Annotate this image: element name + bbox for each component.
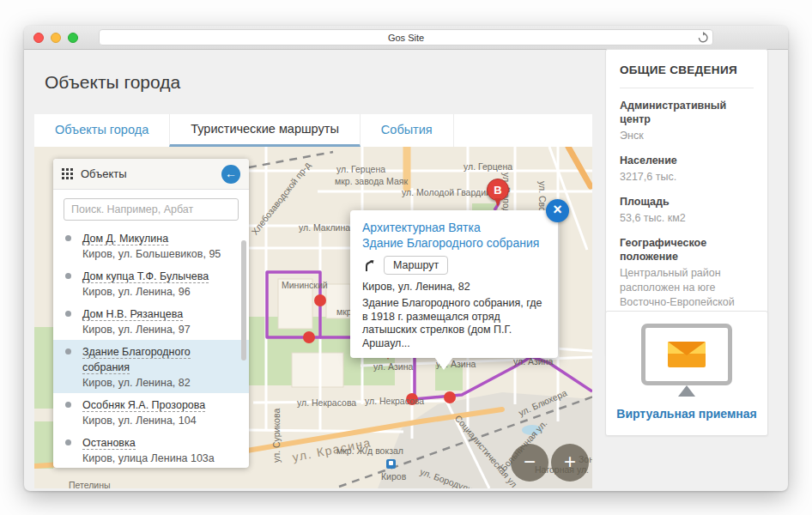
list-item[interactable]: Дом Н.В. Рязанцева Киров, ул. Ленина, 97 bbox=[53, 302, 249, 340]
grid-icon bbox=[62, 168, 73, 179]
balloon-title-link[interactable]: Здание Благородного собрания bbox=[362, 235, 546, 251]
balloon-category-link[interactable]: Архитектурная Вятка bbox=[362, 220, 546, 235]
page-title: Объекты города bbox=[45, 72, 180, 93]
map-marker-b[interactable]: B bbox=[487, 179, 509, 201]
map-street-label: ул. Некрасова bbox=[365, 396, 424, 406]
list-item[interactable]: Особняк Я.А. Прозорова Киров, ул. Ленина… bbox=[53, 393, 249, 431]
station-icon bbox=[386, 459, 396, 469]
general-info-card: ОБЩИЕ СВЕДЕНИЯ Административный центр Эн… bbox=[605, 49, 768, 355]
map-street-label: мкр. завода Маяк bbox=[335, 176, 408, 186]
field-label: Население bbox=[620, 154, 754, 167]
tab-bar: Объекты города Туристические маршруты Со… bbox=[34, 114, 592, 147]
close-icon[interactable]: × bbox=[546, 199, 569, 222]
objects-list: Дом Д. Микулина Киров, ул. Большевиков, … bbox=[53, 227, 249, 468]
map-street-label: мкр. Ж/д вокзал bbox=[336, 445, 403, 456]
monitor-stand bbox=[678, 385, 695, 397]
objects-panel-title: Объекты bbox=[81, 167, 214, 180]
map-street-label: ул. Сурикова bbox=[271, 409, 282, 463]
object-title-link[interactable]: Дом Н.В. Рязанцева bbox=[82, 308, 183, 321]
map-balloon: × Архитектурная Вятка Здание Благородног… bbox=[350, 210, 558, 358]
field-value: 3217,6 тыс. bbox=[620, 170, 754, 185]
object-address: Киров, ул. Ленина, 104 bbox=[82, 414, 237, 427]
minimize-window-button[interactable] bbox=[51, 33, 61, 43]
object-address: Киров, ул. Ленина, 96 bbox=[82, 285, 237, 299]
browser-chrome: Gos Site bbox=[24, 26, 788, 50]
object-title-link[interactable]: Особняк Я.А. Прозорова bbox=[82, 399, 205, 412]
tab-city-objects[interactable]: Объекты города bbox=[34, 114, 169, 147]
object-address: Киров, улица Ленина 103а bbox=[82, 451, 237, 465]
map-street-label: ул. Маклина bbox=[299, 222, 350, 233]
search-input[interactable] bbox=[64, 198, 239, 221]
bullet-icon bbox=[65, 348, 71, 354]
list-item[interactable]: Дом Д. Микулина Киров, ул. Большевиков, … bbox=[53, 227, 249, 264]
field-label: Административный центр bbox=[620, 99, 754, 126]
object-title-link[interactable]: Дом Д. Микулина bbox=[82, 233, 168, 245]
object-address: Киров, ул. Большевиков, 95 bbox=[82, 247, 237, 261]
map-street-label: ул. Некрасова bbox=[297, 397, 356, 408]
virtual-reception-card[interactable]: Виртуальная приемная bbox=[605, 311, 768, 436]
map[interactable]: ул. Герцена мкр. завода Маяк ул. Молодой… bbox=[34, 147, 592, 488]
divider bbox=[620, 88, 754, 88]
field-value: Энск bbox=[620, 129, 754, 143]
address-bar[interactable]: Gos Site bbox=[99, 29, 713, 45]
object-address: Киров, ул. Ленина, 97 bbox=[82, 323, 237, 336]
map-street-label: ул. Молодой Гвардии bbox=[402, 187, 491, 197]
map-street-label: Петелины bbox=[69, 480, 111, 488]
list-item-selected[interactable]: Здание Благородного собрания Киров, ул. … bbox=[53, 340, 249, 393]
bullet-icon bbox=[65, 311, 71, 317]
route-button[interactable]: Маршрут bbox=[384, 256, 448, 275]
map-city-label: Киров bbox=[381, 471, 406, 482]
balloon-address: Киров, ул. Ленина, 82 bbox=[362, 281, 546, 293]
virtual-reception-link[interactable]: Виртуальная приемная bbox=[615, 407, 759, 421]
bullet-icon bbox=[65, 439, 71, 445]
window-controls bbox=[33, 33, 78, 43]
route-icon bbox=[362, 258, 376, 272]
map-street-label: ул. Азина bbox=[373, 361, 413, 372]
map-street-label: ул. Герцена bbox=[336, 164, 385, 174]
list-item[interactable]: Дом купца Т.Ф. Булычева Киров, ул. Ленин… bbox=[53, 264, 249, 302]
field-label: Площадь bbox=[620, 195, 754, 209]
tab-events[interactable]: События bbox=[361, 114, 454, 147]
monitor-mail-icon bbox=[641, 324, 732, 385]
field-value: 53,6 тыс. км2 bbox=[620, 211, 754, 226]
back-arrow-icon[interactable]: ← bbox=[221, 165, 240, 184]
object-title-link[interactable]: Дом купца Т.Ф. Булычева bbox=[82, 270, 209, 283]
objects-panel: Объекты ← Дом Д. Микулина Киров, ул. Бол… bbox=[53, 159, 249, 468]
page-url-title: Gos Site bbox=[388, 33, 424, 43]
object-address: Киров, ул. Ленина, 82 bbox=[82, 376, 237, 390]
object-title-link[interactable]: Остановка bbox=[82, 437, 136, 450]
scrollbar-thumb[interactable] bbox=[241, 240, 246, 360]
bullet-icon bbox=[65, 273, 71, 279]
general-info-title: ОБЩИЕ СВЕДЕНИЯ bbox=[620, 64, 754, 76]
field-label: Географическое положение bbox=[620, 236, 754, 264]
bullet-icon bbox=[65, 235, 71, 241]
maximize-window-button[interactable] bbox=[68, 33, 78, 43]
object-title-link[interactable]: Здание Благородного собрания bbox=[82, 346, 191, 374]
browser-window: Gos Site Объекты города Объекты города Т… bbox=[24, 26, 788, 491]
zoom-in-button[interactable]: + bbox=[551, 444, 589, 482]
zoom-out-button[interactable]: − bbox=[511, 444, 548, 482]
tab-tourist-routes[interactable]: Туристические маршруты bbox=[169, 114, 361, 147]
map-street-label: ул. Герцена bbox=[464, 161, 512, 172]
balloon-description: Здание Благородного собрания, где в 1918… bbox=[362, 297, 546, 350]
bullet-icon bbox=[65, 402, 71, 408]
map-street-label: Мининский bbox=[282, 280, 328, 290]
close-window-button[interactable] bbox=[33, 33, 44, 43]
list-item[interactable]: Остановка Киров, улица Ленина 103а bbox=[53, 431, 249, 468]
objects-panel-header: Объекты ← bbox=[53, 159, 249, 190]
envelope-icon bbox=[668, 342, 706, 367]
refresh-icon[interactable] bbox=[697, 32, 709, 44]
